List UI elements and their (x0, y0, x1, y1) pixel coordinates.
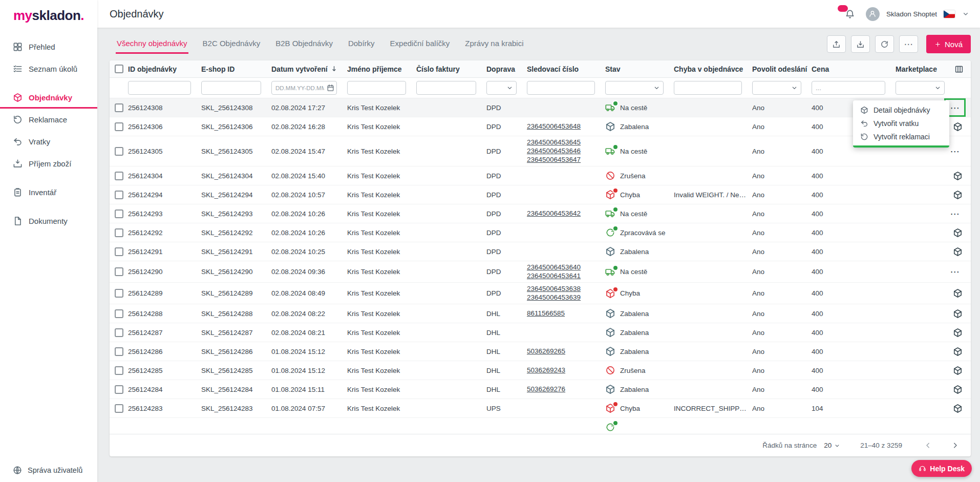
table-row[interactable]: 256124290SKL_25612429002.08.2024 09:36Kr… (110, 261, 971, 283)
tracking-link[interactable]: 23645006453645 (527, 138, 601, 146)
marketplace-icon[interactable] (953, 404, 963, 413)
column-header[interactable]: Jméno příjemce (347, 65, 416, 73)
refresh-button[interactable] (875, 35, 894, 53)
tracking-link[interactable]: 23645006453646 (527, 147, 601, 155)
column-header[interactable]: Povolit odeslání (752, 65, 812, 73)
column-header[interactable]: Cena (812, 65, 896, 73)
filter-eshop-id[interactable] (201, 81, 261, 95)
table-row[interactable]: 256124283SKL_25612428301.08.2024 07:57Kr… (110, 399, 971, 418)
row-checkbox[interactable] (115, 289, 123, 298)
select-all-checkbox[interactable] (115, 65, 123, 73)
tracking-link[interactable]: 8611566585 (527, 309, 601, 318)
row-checkbox[interactable] (115, 366, 123, 375)
filter-status-select[interactable] (605, 81, 664, 95)
column-header[interactable]: Marketplace (896, 65, 971, 74)
table-row[interactable]: 256124306SKL_25612430602.08.2024 16:28Kr… (110, 117, 971, 136)
table-row[interactable]: 256124294SKL_25612429402.08.2024 10:57Kr… (110, 185, 971, 204)
filter-tracking[interactable] (527, 81, 595, 95)
column-settings-icon[interactable] (954, 65, 964, 74)
row-checkbox[interactable] (115, 172, 123, 180)
tracking-link[interactable]: 23645006453642 (527, 209, 601, 218)
table-row[interactable]: 256124291SKL_25612429102.08.2024 10:25Kr… (110, 242, 971, 261)
tab-6[interactable]: Zprávy na krabici (464, 34, 524, 54)
tab-2[interactable]: B2C Objednávky (202, 34, 262, 54)
column-header[interactable]: Chyba v objednávce (674, 65, 752, 73)
tab-4[interactable]: Dobírky (347, 34, 376, 54)
sidebar-item-objednavky[interactable]: Objednávky (0, 87, 97, 109)
marketplace-icon[interactable] (953, 288, 963, 298)
row-checkbox[interactable] (115, 267, 123, 276)
menu-item-detail-objednavky[interactable]: Detail objednávky (853, 103, 949, 117)
tab-3[interactable]: B2B Objednávky (274, 34, 334, 54)
marketplace-icon[interactable] (953, 190, 963, 200)
tracking-link[interactable]: 23645006453641 (527, 272, 601, 280)
tab-1[interactable]: Všechny objednávky (116, 34, 188, 54)
column-header[interactable]: E-shop ID (201, 65, 271, 73)
tracking-link[interactable]: 23645006453648 (527, 122, 601, 131)
table-row[interactable] (110, 418, 971, 434)
next-page-button[interactable] (951, 441, 960, 450)
czech-flag-icon[interactable] (944, 10, 955, 18)
calendar-icon[interactable] (327, 84, 334, 92)
tracking-link[interactable]: 5036269243 (527, 366, 601, 374)
column-header[interactable]: Sledovací číslo (527, 65, 605, 73)
filter-invoice[interactable] (416, 81, 476, 95)
sidebar-item-seznam-ukolu[interactable]: Seznam úkolů (0, 58, 97, 80)
help-desk-button[interactable]: Help Desk (911, 460, 972, 477)
table-row[interactable]: 256124289SKL_25612428902.08.2024 08:49Kr… (110, 283, 971, 304)
table-row[interactable]: 256124308SKL_25612430802.08.2024 17:27Kr… (110, 98, 971, 117)
table-row[interactable]: 256124305SKL_25612430502.08.2024 15:47Kr… (110, 136, 971, 166)
column-header[interactable]: ID objednávky (128, 65, 201, 73)
filter-marketplace-select[interactable] (896, 81, 945, 95)
filter-allow-select[interactable] (752, 81, 801, 95)
menu-item-vytvorit-vratku[interactable]: Vytvořit vratku (853, 117, 949, 130)
row-checkbox[interactable] (115, 147, 123, 156)
export-button[interactable] (827, 35, 846, 53)
marketplace-icon[interactable] (953, 171, 963, 181)
row-checkbox[interactable] (115, 103, 123, 112)
prev-page-button[interactable] (924, 441, 932, 450)
tracking-link[interactable]: 23645006453647 (527, 156, 601, 164)
filter-recipient[interactable] (347, 81, 406, 95)
chevron-down-icon[interactable] (962, 10, 970, 18)
table-row[interactable]: 256124304SKL_25612430402.08.2024 15:40Kr… (110, 166, 971, 185)
column-header[interactable]: Doprava (486, 65, 527, 73)
app-logo[interactable]: myskladon. (0, 0, 97, 36)
row-actions-button[interactable]: ⋯ (947, 101, 963, 114)
row-checkbox[interactable] (115, 209, 123, 218)
marketplace-icon[interactable] (953, 366, 963, 375)
tracking-link[interactable]: 23645006453640 (527, 263, 601, 271)
row-checkbox[interactable] (115, 228, 123, 237)
table-row[interactable]: 256124287SKL_25612428702.08.2024 08:21Kr… (110, 323, 971, 342)
row-checkbox[interactable] (115, 191, 123, 199)
sidebar-item-inventar[interactable]: Inventář (0, 181, 97, 203)
table-row[interactable]: 256124284SKL_25612428401.08.2024 15:11Kr… (110, 380, 971, 399)
tracking-link[interactable]: 5036269265 (527, 347, 601, 355)
row-checkbox[interactable] (115, 404, 123, 413)
sidebar-item-reklamace[interactable]: Reklamace (0, 109, 97, 131)
row-checkbox[interactable] (115, 328, 123, 337)
marketplace-icon[interactable] (953, 309, 963, 319)
new-order-button[interactable]: Nová (926, 35, 971, 53)
row-actions-button[interactable]: ⋯ (947, 266, 963, 278)
sidebar-item-prijem-zbozi[interactable]: Příjem zboží (0, 153, 97, 175)
row-checkbox[interactable] (115, 309, 123, 318)
marketplace-icon[interactable] (953, 122, 963, 132)
tracking-link[interactable]: 23645006453638 (527, 285, 601, 293)
marketplace-icon[interactable] (953, 347, 963, 357)
sidebar-item-vratky[interactable]: Vratky (0, 131, 97, 153)
tracking-link[interactable]: 5036269276 (527, 385, 601, 393)
table-row[interactable]: 256124285SKL_25612428501.08.2024 15:12Kr… (110, 361, 971, 380)
sort-desc-icon[interactable] (330, 65, 338, 73)
table-row[interactable]: 256124293SKL_25612429302.08.2024 10:26Kr… (110, 204, 971, 223)
notifications-button[interactable] (845, 9, 855, 19)
marketplace-icon[interactable] (953, 247, 963, 257)
row-checkbox[interactable] (115, 122, 123, 131)
avatar[interactable] (866, 7, 880, 21)
filter-carrier-select[interactable] (486, 81, 517, 95)
row-checkbox[interactable] (115, 247, 123, 256)
menu-item-vytvorit-reklamaci[interactable]: Vytvořit reklamaci (853, 130, 949, 143)
page-size-select[interactable]: 20 (824, 442, 841, 449)
marketplace-icon[interactable] (953, 385, 963, 394)
row-checkbox[interactable] (115, 347, 123, 356)
